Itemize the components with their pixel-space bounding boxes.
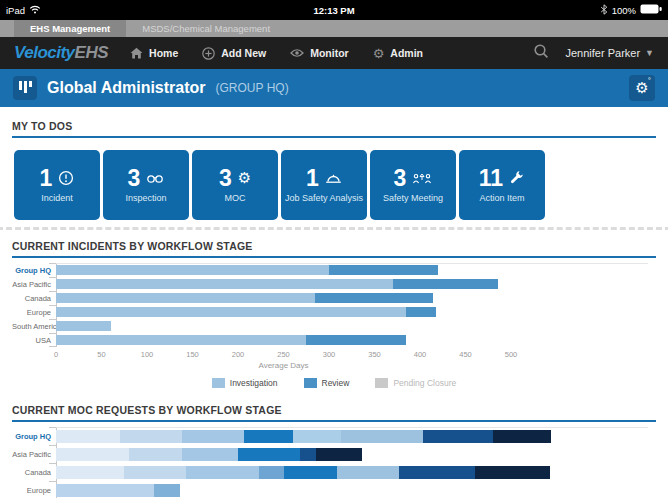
todo-tiles: 1Incident3Inspection3⚙MOC1Job Safety Ana… [14,150,656,220]
category-label-canada: Canada [12,468,56,477]
nav-item-label: Add New [221,47,266,59]
stacked-bar [56,335,406,345]
chart-row: Group HQ [12,427,656,445]
bar-segment [393,279,498,289]
velocityehs-logo[interactable]: VelocityEHS [14,43,108,63]
x-axis-tick: 300 [323,350,336,359]
x-axis-tick: 200 [232,350,245,359]
category-label-europe: Europe [12,486,56,495]
legend-item-review[interactable]: Review [304,378,350,388]
nav-item-admin[interactable]: ⚙Admin [373,46,423,61]
chart-row: Asia Pacific [12,277,656,291]
tile-top: 1 [306,167,342,190]
legend-item-pending-closure[interactable]: Pending Closure [375,378,456,388]
bar-segment [315,293,433,303]
logo-part-ehs: EHS [75,43,108,62]
bar-segment [341,430,423,443]
x-axis-label: Average Days [258,361,308,370]
page-header: Global Administrator (GROUP HQ) ⚙ ° [0,69,668,107]
bar-segment [56,265,329,275]
ipad-screen: iPad 12:13 PM 100% EHS ManagementMSDS/Ch… [0,0,668,498]
stacked-bar [56,430,551,443]
todo-tile-job-safety-analysis[interactable]: 1Job Safety Analysis [281,150,367,220]
bar-segment [124,466,186,479]
chart-row: South America [12,319,656,333]
stacked-bar [56,321,111,331]
x-axis-tick: 250 [277,350,290,359]
bar-segment [406,307,436,317]
stacked-bar [56,279,498,289]
bar-segment [182,448,238,461]
moc-section-heading: CURRENT MOC REQUESTS BY WORKFLOW STAGE [12,404,656,422]
monitor-icon [290,48,304,58]
chart-row: Canada [12,463,656,481]
chart-row: Europe [12,481,656,498]
bar-segment [259,466,284,479]
legend-label: Investigation [230,378,278,388]
clock: 12:13 PM [126,5,542,16]
settings-gear-button[interactable]: ⚙ ° [629,75,655,101]
category-label-south-america: South America [12,322,56,331]
user-menu[interactable]: Jennifer Parker ▼ [565,47,654,59]
tile-count: 3 [394,167,407,190]
moc-icon: ⚙ [238,169,251,187]
nav-item-monitor[interactable]: Monitor [290,47,349,59]
todo-tile-inspection[interactable]: 3Inspection [103,150,189,220]
bar-segment [306,335,406,345]
nav-item-add-new[interactable]: Add New [202,47,266,60]
chart-row: Group HQ [12,263,656,277]
x-axis-tick: 0 [54,350,58,359]
todo-tile-action-item[interactable]: 11Action Item [459,150,545,220]
tab-msds-chemical-management[interactable]: MSDS/Chemical Management [126,20,286,37]
tile-label: Incident [39,194,75,204]
bar-segment [56,279,393,289]
category-label-group-hq[interactable]: Group HQ [12,266,56,275]
page-title: Global Administrator [47,79,206,97]
legend-item-investigation[interactable]: Investigation [212,378,278,388]
tile-count: 3 [128,167,141,190]
chart-rows: Group HQAsia PacificCanadaEuropeSouth Am… [12,263,656,347]
todo-tile-safety-meeting[interactable]: 3Safety Meeting [370,150,456,220]
battery-icon [640,4,662,16]
bar-segment [475,466,550,479]
main-nav-bar: VelocityEHS HomeAdd NewMonitor⚙Admin Jen… [0,37,668,69]
device-label: iPad [6,5,25,16]
incidents-chart: Group HQAsia PacificCanadaEuropeSouth Am… [12,263,656,389]
search-icon[interactable] [533,43,549,63]
legend-swatch [212,378,225,388]
x-axis-tick: 100 [141,350,154,359]
bar-segment [56,307,406,317]
stacked-bar [56,307,436,317]
bar-segment [154,484,180,497]
bar-segment [56,321,111,331]
add-icon [202,47,215,60]
tile-top: 1 [40,167,75,190]
category-label-group-hq[interactable]: Group HQ [12,432,56,441]
todo-tile-incident[interactable]: 1Incident [14,150,100,220]
nav-item-label: Monitor [310,47,349,59]
chevron-down-icon: ▼ [645,48,654,58]
app-tab-bar: EHS ManagementMSDS/Chemical Management [0,20,668,37]
tab-ehs-management[interactable]: EHS Management [14,20,126,37]
stacked-bar [56,293,433,303]
incidents-section-heading: CURRENT INCIDENTS BY WORKFLOW STAGE [12,240,656,258]
chart-legend: InvestigationReviewPending Closure [12,377,656,389]
safety-meeting-icon [412,171,432,185]
wifi-icon [29,4,41,16]
inspection-icon [146,171,164,185]
stacked-bar [56,265,438,275]
nav-item-home[interactable]: Home [130,47,178,59]
x-axis-tick: 400 [414,350,427,359]
chart-row: Europe [12,305,656,319]
bar-segment [284,466,337,479]
battery-percent: 100% [612,5,636,16]
admin-icon: ⚙ [373,46,385,61]
bar-segment [120,430,182,443]
chart-row: USA [12,333,656,347]
section-divider [0,227,668,230]
todo-tile-moc[interactable]: 3⚙MOC [192,150,278,220]
tile-label: MOC [223,194,248,204]
tile-label: Job Safety Analysis [283,194,365,204]
x-axis-tick: 500 [505,350,518,359]
category-label-europe: Europe [12,308,56,317]
